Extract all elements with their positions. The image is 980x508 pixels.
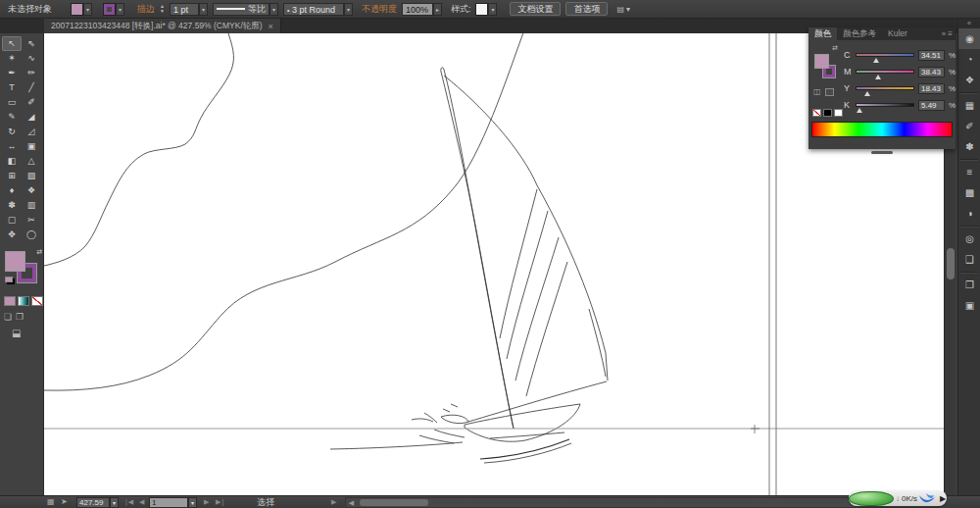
paintbrush-tool[interactable]: ✐ [22,95,41,110]
brush-definition-select[interactable]: • 3 pt Round [283,3,344,16]
stroke-panel-link[interactable]: 描边 [137,3,155,16]
zoom-combo[interactable]: 427.59▾ [76,496,119,508]
zoom-dropdown[interactable]: ▾ [110,497,119,508]
magenta-value-field[interactable]: 38.43 [918,67,945,77]
default-colors-icon[interactable] [5,277,13,282]
vertical-scrollbar-thumb[interactable] [947,248,955,279]
stroke-color-swatch[interactable] [103,3,116,16]
grayscale-toggle-icon[interactable]: ◫ [813,87,821,96]
zoom-tool[interactable]: ◯ [22,228,41,242]
profile-dropdown[interactable]: ▾ [270,3,278,16]
rotate-tool[interactable]: ↻ [2,125,22,139]
draw-mode-icon-2[interactable]: ❐ [16,312,24,322]
graphic-styles-icon[interactable]: ❑ [958,249,980,270]
style-dropdown[interactable]: ▾ [488,3,497,16]
stroke-weight-dropdown[interactable]: ▾ [199,3,208,16]
scale-tool[interactable]: ◿ [22,125,41,139]
width-tool[interactable]: ↔ [2,139,22,154]
horizontal-scrollbar-thumb[interactable] [360,499,428,506]
gradient-tool[interactable]: ▨ [22,169,41,183]
yellow-value-field[interactable]: 18.43 [918,83,945,94]
artboard-nav-combo[interactable]: 1▾ [149,496,197,508]
appearance-icon[interactable]: ◎ [958,229,980,249]
control-bar-menu-dropdown[interactable]: ▾ [626,5,630,14]
tab-color-guide[interactable]: 颜色参考 [837,27,882,40]
flattener-preview-icon[interactable]: ◔ [958,49,980,70]
symbol-sprayer-tool[interactable]: ✽ [2,198,22,213]
line-tool[interactable]: ╱ [22,80,41,95]
transparency-icon[interactable]: ◑ [958,203,980,224]
color-guide-icon[interactable]: ❖ [958,70,980,90]
arrange-icon[interactable]: ➤ [61,496,68,508]
opacity-field[interactable]: 100% [402,3,433,16]
screen-mode-icon[interactable]: ⬓ [12,328,21,338]
free-transform-tool[interactable]: ▣ [22,139,41,154]
panel-resize-grip[interactable] [871,151,893,154]
type-tool[interactable]: T [2,80,22,95]
style-swatch[interactable] [475,3,488,16]
eyedropper-tool[interactable]: ♦ [2,183,22,198]
layers-icon[interactable]: ❐ [958,275,980,295]
variable-width-profile-select[interactable]: 等比 [213,3,270,16]
stroke-weight-field[interactable]: 1 pt [170,3,199,16]
white-swatch[interactable] [834,109,843,117]
yellow-slider-thumb[interactable] [864,91,870,96]
document-tab[interactable]: 20071223103423448 [转换].ai* @ 427.59% (CM… [44,19,281,33]
black-slider-thumb[interactable] [857,108,862,113]
opacity-panel-link[interactable]: 不透明度 [362,3,397,16]
stroke-icon[interactable]: ≡ [958,162,980,182]
panel-collapse-icon[interactable]: » [942,29,946,38]
yellow-slider[interactable] [856,86,914,90]
magenta-slider[interactable] [856,70,914,74]
shape-builder-tool[interactable]: ◧ [2,154,22,169]
none-swatch[interactable] [812,109,821,117]
rectangle-tool[interactable]: ▭ [2,95,22,110]
artboards-icon[interactable]: ▣ [958,295,980,316]
stroke-color-dropdown[interactable]: ▾ [116,3,124,16]
swap-fill-stroke-icon[interactable]: ⇄ [36,248,42,256]
stepper-down-icon[interactable]: ▼ [160,9,165,14]
black-swatch[interactable] [823,109,832,117]
lasso-tool[interactable]: ∿ [22,51,41,66]
eraser-tool[interactable]: ◢ [22,110,41,125]
cyan-slider-thumb[interactable] [873,58,879,63]
next-artboard-button[interactable]: ▶ [204,496,210,508]
screenshot-tool-button[interactable] [849,491,894,506]
black-value-field[interactable]: 5.49 [918,100,945,111]
color-panel-icon[interactable]: ◉ [958,28,980,49]
panel-fill-swatch[interactable] [814,54,829,69]
artboard-dropdown[interactable]: ▾ [188,497,197,508]
gradient-mode-button[interactable] [18,296,29,306]
status-popup-arrow[interactable]: ▶ [331,496,337,508]
expand-arrow-icon[interactable]: ▶ [940,494,946,503]
blend-tool[interactable]: ❖ [22,183,41,198]
gradient-icon[interactable]: ▩ [958,182,980,203]
net-speed-overlay[interactable]: ↓ 0K/s ▶ [849,490,947,506]
brushes-icon[interactable]: ✐ [958,116,980,136]
first-artboard-button[interactable]: |◀ [125,496,134,508]
panel-menu-icon[interactable]: ≡ [948,29,953,38]
tab-kuler[interactable]: Kuler [882,27,913,40]
brush-dropdown[interactable]: ▾ [344,3,353,16]
last-artboard-button[interactable]: ▶| [216,496,224,508]
selection-tool[interactable]: ↖ [2,36,22,51]
magic-wand-tool[interactable]: ✶ [2,51,22,66]
cyan-slider[interactable] [856,53,914,57]
fill-color-swatch[interactable] [71,3,83,16]
prev-artboard-button[interactable]: ◀ [139,496,145,508]
stroke-weight-stepper[interactable]: ▲ ▼ [160,4,165,14]
blob-brush-tool[interactable]: ✏ [22,66,41,80]
opacity-dropdown[interactable]: ▸ [433,3,442,16]
pencil-tool[interactable]: ✎ [2,110,22,125]
swap-fill-stroke-icon[interactable]: ⇄ [832,44,838,52]
black-slider[interactable] [856,103,914,107]
artboard-tool[interactable]: ▢ [2,213,22,228]
perspective-grid-tool[interactable]: △ [22,154,41,169]
color-spectrum-ramp[interactable] [811,122,953,137]
pen-tool[interactable]: ✒ [2,66,22,80]
preferences-button[interactable]: 首选项 [565,2,608,16]
toolbar-fill-swatch[interactable] [5,251,25,272]
none-mode-button[interactable] [31,296,43,306]
mesh-tool[interactable]: ⊞ [2,169,22,183]
artboard-number-field[interactable]: 1 [149,497,188,508]
